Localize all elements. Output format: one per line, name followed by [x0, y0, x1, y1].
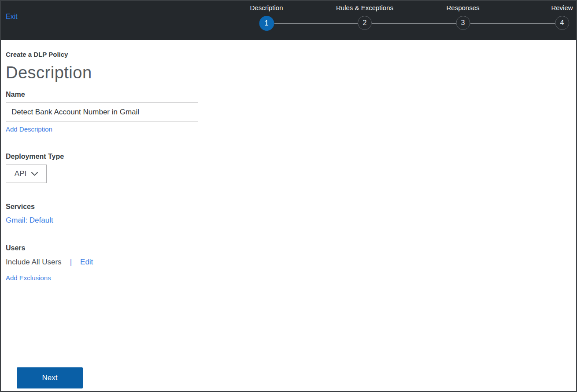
step-number: 2	[363, 19, 367, 27]
users-value: Include All Users	[6, 258, 62, 267]
deployment-type-value: API	[15, 169, 26, 178]
stepper-connector	[372, 23, 456, 24]
next-button[interactable]: Next	[17, 367, 83, 388]
add-exclusions-link[interactable]: Add Exclusions	[6, 274, 51, 282]
services-label: Services	[6, 203, 576, 211]
step-4-circle: 4	[555, 16, 569, 30]
step-responses[interactable]: Responses 3	[446, 4, 479, 30]
step-label: Responses	[446, 4, 479, 11]
chevron-down-icon	[31, 172, 38, 176]
wizard-header: Exit Description 1 Rules & Exceptions 2 …	[1, 1, 576, 40]
users-row: Include All Users | Edit	[6, 258, 576, 267]
step-label: Description	[250, 4, 283, 11]
step-number: 4	[560, 19, 564, 27]
deployment-type-label: Deployment Type	[6, 153, 576, 161]
step-rules-exceptions[interactable]: Rules & Exceptions 2	[336, 4, 393, 30]
add-description-link[interactable]: Add Description	[6, 125, 52, 133]
wizard-breadcrumb-title: Create a DLP Policy	[6, 51, 576, 58]
step-label: Rules & Exceptions	[336, 4, 393, 11]
step-label: Review	[551, 4, 573, 11]
stepper-connector	[470, 23, 555, 24]
deployment-type-select[interactable]: API	[6, 165, 47, 183]
name-label: Name	[6, 91, 576, 99]
wizard-content: Create a DLP Policy Description Name Add…	[1, 40, 576, 282]
edit-users-link[interactable]: Edit	[80, 258, 93, 267]
step-3-circle: 3	[456, 16, 470, 30]
service-gmail-link[interactable]: Gmail: Default	[6, 216, 53, 225]
step-review[interactable]: Review 4	[551, 4, 573, 30]
users-label: Users	[6, 244, 576, 252]
step-description[interactable]: Description 1	[250, 4, 283, 31]
step-number: 1	[265, 19, 269, 27]
exit-link[interactable]: Exit	[6, 13, 18, 21]
stepper-connector	[274, 23, 358, 24]
step-1-circle: 1	[259, 16, 274, 31]
policy-name-input[interactable]	[6, 103, 198, 121]
step-2-circle: 2	[358, 16, 372, 30]
separator: |	[70, 258, 72, 267]
page-title: Description	[6, 63, 576, 82]
step-number: 3	[461, 19, 465, 27]
